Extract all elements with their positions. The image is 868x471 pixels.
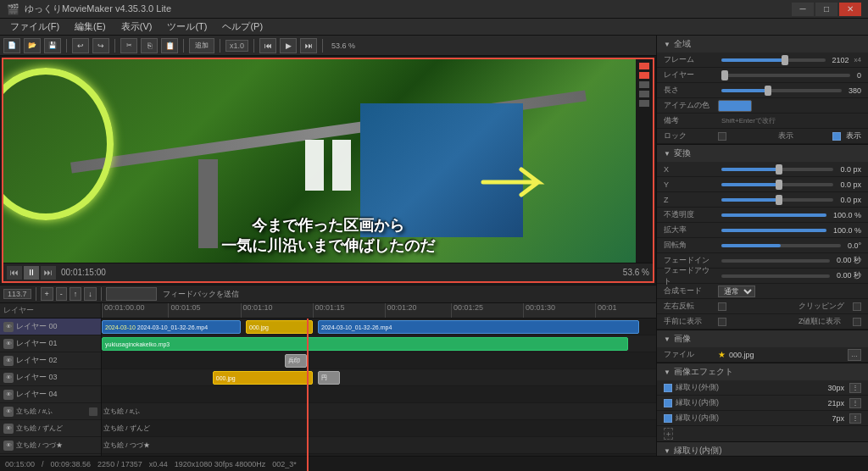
layer-lock-05[interactable] (89, 407, 97, 416)
copy-button[interactable]: ⎘ (141, 38, 158, 53)
add-fx-button[interactable]: ＋ (664, 428, 673, 440)
section-image-header[interactable]: ▼ 画像 (657, 330, 868, 347)
clip-00-a[interactable]: 2024-03-10 2024-03-10_01-32-26.mp4 (102, 320, 241, 334)
clip-03-a[interactable]: 000.jpg (213, 371, 313, 385)
clip-01-audio[interactable]: yukiusaginokakelko.mp3 (102, 337, 628, 351)
section-image: ▼ 画像 ファイル ★ 000.jpg … (657, 330, 868, 363)
track-row-04[interactable] (102, 386, 656, 403)
layer-eye-01[interactable]: 👁 (3, 339, 14, 349)
menu-tool[interactable]: ツール(T) (160, 19, 214, 35)
new-button[interactable]: 📄 (3, 38, 20, 53)
item-color-swatch[interactable] (718, 100, 752, 112)
layer-header-03[interactable]: 👁 レイヤー 03 (0, 369, 101, 386)
scale-slider[interactable] (721, 229, 826, 232)
titlebar-controls[interactable]: ─ □ ✕ (792, 3, 861, 16)
frame-slider[interactable] (721, 58, 826, 62)
next-frame-button[interactable]: ⏭ (41, 266, 56, 280)
timeline-body[interactable]: 👁 レイヤー 00 👁 レイヤー 01 👁 レイヤー 02 👁 レイヤー 03 … (0, 319, 656, 471)
layer-header-05[interactable]: 👁 立ち絵 / #ふ (0, 403, 101, 420)
layer-header-02[interactable]: 👁 レイヤー 02 (0, 352, 101, 369)
menu-view[interactable]: 表示(V) (114, 19, 159, 35)
play-prev-button[interactable]: ⏮ (259, 38, 276, 53)
maximize-button[interactable]: □ (815, 3, 837, 16)
paste-button[interactable]: 📋 (161, 38, 178, 53)
track-row-03[interactable]: 000.jpg 円 (102, 369, 656, 386)
tl-del-button[interactable]: - (56, 287, 67, 301)
tl-up-button[interactable]: ↑ (70, 287, 82, 301)
save-button[interactable]: 💾 (44, 38, 61, 53)
clip-00-c[interactable]: 2024-03-10_01-32-26.mp4 (318, 320, 639, 334)
border-outer-checkbox[interactable] (664, 384, 672, 392)
clip-02-marker[interactable]: 兵印 (285, 354, 307, 368)
section-image-fx-header[interactable]: ▼ 画像エフェクト (657, 363, 868, 380)
layer-header-04[interactable]: 👁 レイヤー 04 (0, 386, 101, 403)
redo-button[interactable]: ↪ (92, 38, 109, 53)
tl-add-button[interactable]: + (41, 287, 53, 301)
blend-label: 合成モード (664, 285, 715, 296)
menu-help[interactable]: ヘルプ(P) (215, 19, 270, 35)
play-next-button[interactable]: ⏭ (300, 38, 317, 53)
fadeout-slider[interactable] (721, 274, 830, 278)
tl-down-button[interactable]: ↓ (84, 287, 97, 301)
border-inner2-menu[interactable]: ⋮ (849, 413, 861, 424)
z-sort-checkbox[interactable] (853, 318, 861, 326)
opacity-slider[interactable] (721, 213, 826, 217)
flip-v-checkbox[interactable] (718, 318, 726, 326)
layer-eye-00[interactable]: 👁 (3, 322, 14, 332)
layer-eye-02[interactable]: 👁 (3, 356, 14, 366)
layer-header-06[interactable]: 👁 立ち絵 / ずんど (0, 420, 101, 437)
layer-eye-04[interactable]: 👁 (3, 390, 14, 400)
open-button[interactable]: 📂 (24, 38, 41, 53)
menu-edit[interactable]: 編集(E) (68, 19, 113, 35)
row-flip: 左右反転 クリッピング (657, 299, 868, 314)
menu-file[interactable]: ファイル(F) (3, 19, 66, 35)
clipping-checkbox[interactable] (853, 302, 861, 311)
track-row-01[interactable]: yukiusaginokakelko.mp3 (102, 335, 656, 352)
x-slider[interactable] (721, 168, 833, 171)
track-row-07[interactable]: 立ち絵 / つづ★ (102, 437, 656, 454)
undo-button[interactable]: ↩ (72, 38, 89, 53)
z-slider[interactable] (721, 198, 833, 202)
display-checkbox[interactable] (832, 132, 841, 141)
blend-select[interactable]: 通常 加算 乗算 (718, 285, 755, 297)
zoom-control[interactable]: x1.0 (225, 40, 248, 52)
section-all-header[interactable]: ▼ 全域 (657, 36, 868, 53)
y-slider[interactable] (721, 183, 833, 186)
border-inner1-menu[interactable]: ⋮ (849, 398, 861, 408)
clip-03-marker[interactable]: 円 (318, 371, 340, 385)
cut-button[interactable]: ✂ (120, 38, 137, 53)
timeline-tracks[interactable]: 2024-03-10 2024-03-10_01-32-26.mp4 000.j… (102, 319, 656, 471)
layer-eye-06[interactable]: 👁 (3, 424, 14, 434)
length-slider[interactable] (721, 89, 842, 92)
play-pause-button[interactable]: ⏸ (24, 266, 39, 280)
track-row-06[interactable]: 立ち絵 / ずんど (102, 420, 656, 437)
border-outer-menu[interactable]: ⋮ (849, 383, 861, 393)
layer-header-07[interactable]: 👁 立ち絵 / つづ★ (0, 437, 101, 454)
prev-frame-button[interactable]: ⏮ (7, 266, 22, 280)
track-row-05[interactable]: 立ち絵 / #ふ (102, 403, 656, 420)
ruler[interactable]: 00:01:00.00 00:01:05 00:01:10 00:01:15 0… (102, 303, 656, 318)
track-row-00[interactable]: 2024-03-10 2024-03-10_01-32-26.mp4 000.j… (102, 319, 656, 335)
tl-split-button[interactable] (106, 287, 157, 301)
border-inner2-checkbox[interactable] (664, 414, 672, 423)
fadein-slider[interactable] (721, 259, 830, 263)
play-button[interactable]: ▶ (280, 38, 297, 53)
track-row-02[interactable]: 兵印 (102, 352, 656, 369)
minimize-button[interactable]: ─ (792, 3, 814, 16)
rotation-slider[interactable] (721, 244, 841, 247)
layer-header-01[interactable]: 👁 レイヤー 01 (0, 335, 101, 352)
layer-eye-07[interactable]: 👁 (3, 441, 14, 451)
clip-00-b[interactable]: 000.jpg (246, 320, 312, 334)
add-media-button[interactable]: 追加 (189, 38, 214, 53)
border-inner1-checkbox[interactable] (664, 399, 672, 407)
section-transform-header[interactable]: ▼ 変換 (657, 145, 868, 162)
lock-checkbox[interactable] (718, 132, 726, 141)
close-button[interactable]: ✕ (839, 3, 861, 16)
layer-slider[interactable] (721, 74, 850, 77)
app-icon: 🎬 (7, 3, 19, 15)
layer-eye-05[interactable]: 👁 (3, 407, 14, 417)
file-browse-button[interactable]: … (848, 349, 861, 361)
layer-header-00[interactable]: 👁 レイヤー 00 (0, 319, 101, 335)
flip-h-checkbox[interactable] (718, 302, 726, 311)
layer-eye-03[interactable]: 👁 (3, 373, 14, 383)
